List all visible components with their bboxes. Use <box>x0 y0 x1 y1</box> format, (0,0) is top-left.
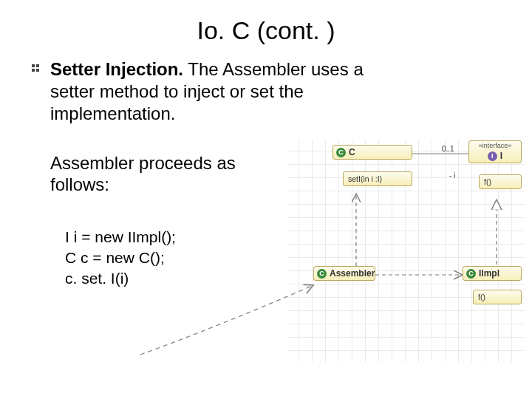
svg-rect-3 <box>36 69 39 72</box>
uml-interface-i-compartment: f() <box>479 174 522 189</box>
uml-multiplicity: 0..1 <box>442 145 454 153</box>
uml-class-assembler-header: C Assembler <box>314 267 375 280</box>
bullet-text: Setter Injection. The Assembler uses a s… <box>50 58 405 125</box>
uml-class-iimpl-header: C IImpl <box>463 267 521 280</box>
interface-badge-icon: I <box>488 151 497 161</box>
uml-class-assembler: C Assembler <box>313 266 375 281</box>
bullet-strong: Setter Injection. <box>50 59 183 79</box>
uml-class-iimpl-op: f() <box>474 290 521 304</box>
uml-interface-i: «interface» I I <box>468 140 522 163</box>
uml-class-assembler-name: Assembler <box>330 268 375 279</box>
bullet-item: Setter Injection. The Assembler uses a s… <box>31 58 501 125</box>
svg-rect-1 <box>36 64 39 67</box>
uml-class-c-header: C C <box>333 146 412 159</box>
class-badge-icon: C <box>466 269 476 279</box>
uml-class-iimpl-name: IImpl <box>479 268 499 279</box>
uml-class-c-op: setI(in i :I) <box>344 172 412 185</box>
slide-title: Io. C (cont. ) <box>0 0 532 58</box>
svg-rect-2 <box>32 69 35 72</box>
uml-class-c: C C <box>332 145 412 160</box>
uml-class-c-compartment: setI(in i :I) <box>343 171 412 186</box>
uml-interface-i-header: I I <box>469 149 521 163</box>
uml-role: - i <box>449 171 455 180</box>
uml-class-iimpl: C IImpl <box>463 266 522 281</box>
svg-rect-0 <box>32 64 35 67</box>
uml-diagram: C C setI(in i :I) «interface» I I f() C … <box>288 140 525 362</box>
uml-interface-i-op: f() <box>480 175 521 188</box>
sub-paragraph: Assembler proceeds as follows: <box>50 153 272 196</box>
uml-interface-i-stereo: «interface» <box>469 141 521 149</box>
uml-class-iimpl-compartment: f() <box>473 290 522 304</box>
uml-interface-i-name: I <box>500 151 502 161</box>
uml-class-c-name: C <box>349 147 355 157</box>
class-badge-icon: C <box>317 269 327 279</box>
class-badge-icon: C <box>336 148 346 157</box>
bullet-glyph-icon <box>31 64 43 74</box>
